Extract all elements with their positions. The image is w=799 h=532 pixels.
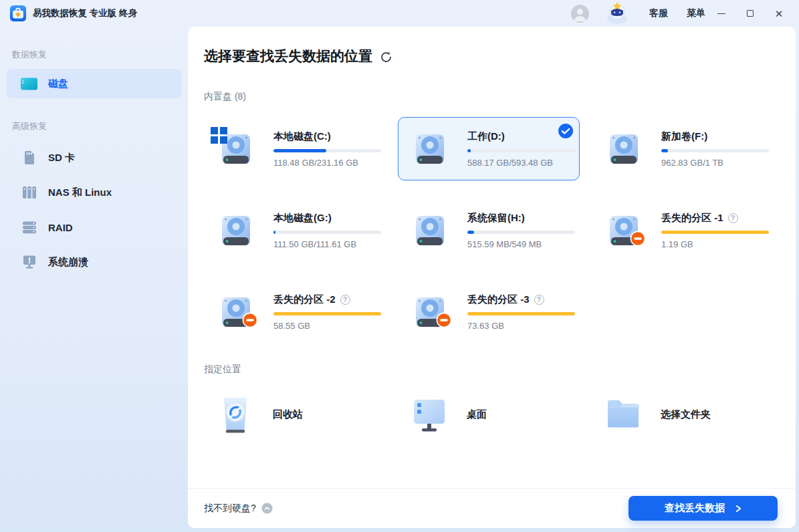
disk-card[interactable]: 丢失的分区 -1?1.19 GB: [592, 198, 774, 262]
sd-card-icon: [20, 149, 38, 167]
disk-card[interactable]: 丢失的分区 -2?58.55 GB: [204, 280, 386, 344]
disk-card[interactable]: 本地磁盘(G:)111.50 GB/111.61 GB: [204, 198, 386, 262]
location-label: 回收站: [273, 408, 303, 421]
sidebar-item-nas-linux[interactable]: NAS 和 Linux: [7, 175, 181, 210]
sidebar-item-disk[interactable]: 磁盘: [7, 69, 181, 98]
recycle-bin-icon: [217, 394, 254, 435]
sidebar-item-label: 系统崩溃: [48, 256, 88, 269]
disk-capacity: 58.55 GB: [273, 321, 381, 331]
disk-card[interactable]: 系统保留(H:)515.59 MB/549 MB: [398, 198, 580, 262]
hard-drive-icon: [605, 130, 643, 168]
disk-capacity: 588.17 GB/593.48 GB: [467, 158, 575, 168]
maximize-button[interactable]: [745, 8, 756, 19]
hard-drive-icon: [411, 293, 449, 331]
disk-name: 本地磁盘(G:): [273, 212, 332, 225]
support-link[interactable]: 客服: [649, 7, 668, 19]
location-item[interactable]: 回收站: [204, 391, 386, 438]
disk-card[interactable]: 丢失的分区 -3?73.63 GB: [398, 280, 580, 344]
hard-drive-icon: [217, 293, 255, 331]
location-item[interactable]: 选择文件夹: [592, 391, 774, 438]
raid-icon: [20, 219, 38, 237]
windows-badge-icon: [211, 127, 228, 147]
disk-name: 系统保留(H:): [467, 212, 525, 225]
system-crash-icon: [20, 253, 38, 271]
sidebar-section-label: 数据恢复: [12, 49, 188, 61]
capacity-bar: [273, 231, 381, 234]
sidebar-item-label: SD 卡: [48, 152, 75, 164]
internal-disks-label: 内置盘 (8): [204, 91, 796, 103]
minus-badge-icon: [242, 312, 258, 331]
check-badge-icon: [558, 123, 574, 139]
sidebar-item-label: 磁盘: [48, 78, 68, 90]
disk-capacity: 962.83 GB/1 TB: [661, 158, 769, 168]
chevron-right-icon: [735, 505, 741, 513]
capacity-bar: [273, 312, 381, 315]
minus-badge-icon: [630, 231, 646, 249]
scan-button-label: 查找丢失数据: [665, 502, 725, 515]
disk-name: 新加卷(F:): [661, 130, 707, 143]
disk-card[interactable]: 新加卷(F:)962.83 GB/1 TB: [592, 117, 774, 180]
title-bar: 易我数据恢复 专业版 终身 客服 菜单 ✕: [0, 0, 799, 27]
disk-name: 丢失的分区 -3: [467, 293, 530, 306]
disk-grid: 本地磁盘(C:)118.48 GB/231.16 GB工作(D:)588.17 …: [204, 117, 796, 344]
capacity-bar: [661, 149, 769, 152]
disk-card[interactable]: 本地磁盘(C:)118.48 GB/231.16 GB: [204, 117, 386, 180]
location-item[interactable]: 桌面: [398, 391, 580, 438]
app-logo-icon: [9, 5, 27, 22]
disk-name: 丢失的分区 -2: [273, 293, 336, 306]
app-title: 易我数据恢复 专业版 终身: [33, 7, 137, 19]
help-icon[interactable]: ?: [728, 213, 738, 223]
minus-badge-icon: [436, 312, 452, 331]
sidebar-item-system-crash[interactable]: 系统崩溃: [7, 245, 181, 279]
footer-bar: 找不到硬盘? 查找丢失数据: [188, 488, 796, 528]
sidebar-item-label: NAS 和 Linux: [48, 186, 112, 199]
sidebar-item-raid[interactable]: RAID: [7, 210, 181, 245]
disk-card[interactable]: 工作(D:)588.17 GB/593.48 GB: [398, 117, 580, 180]
capacity-bar: [661, 231, 769, 234]
hard-drive-icon: [411, 212, 449, 249]
capacity-bar: [273, 149, 381, 152]
assistant-robot-icon[interactable]: [604, 2, 631, 25]
folder-icon: [604, 394, 642, 435]
help-icon[interactable]: ?: [340, 295, 350, 305]
disk-capacity: 1.19 GB: [661, 239, 769, 249]
page-title: 选择要查找丢失数据的位置: [204, 47, 372, 65]
nas-icon: [20, 184, 38, 202]
user-avatar[interactable]: [571, 5, 589, 23]
close-button[interactable]: ✕: [774, 8, 784, 19]
sidebar-item-label: RAID: [48, 222, 73, 233]
refresh-icon[interactable]: [380, 51, 392, 63]
locations-row: 回收站桌面选择文件夹: [204, 391, 796, 438]
capacity-bar: [467, 149, 575, 152]
location-label: 桌面: [467, 408, 487, 421]
desktop-icon: [411, 394, 448, 435]
disk-icon: [20, 75, 38, 93]
scan-button[interactable]: 查找丢失数据: [629, 496, 778, 521]
capacity-bar: [467, 231, 575, 234]
help-icon[interactable]: ?: [534, 295, 544, 305]
minimize-button[interactable]: [716, 8, 727, 19]
sidebar-item-sd-card[interactable]: SD 卡: [7, 140, 181, 175]
capacity-bar: [467, 312, 575, 315]
disk-capacity: 515.59 MB/549 MB: [467, 239, 575, 249]
location-label: 选择文件夹: [661, 408, 711, 421]
disk-name: 丢失的分区 -1: [661, 212, 723, 225]
sidebar: 数据恢复磁盘高级恢复SD 卡NAS 和 LinuxRAID系统崩溃: [0, 27, 188, 532]
hard-drive-icon: [217, 130, 255, 168]
hard-drive-icon: [217, 212, 255, 249]
cant-find-disk-label: 找不到硬盘?: [204, 503, 256, 515]
hard-drive-icon: [605, 212, 643, 249]
disk-capacity: 73.63 GB: [467, 321, 575, 331]
menu-link[interactable]: 菜单: [687, 7, 705, 19]
chevron-up-icon[interactable]: [261, 503, 273, 514]
disk-name: 本地磁盘(C:): [273, 130, 331, 143]
sidebar-section-label: 高级恢复: [12, 120, 188, 132]
disk-name: 工作(D:): [467, 130, 505, 143]
main-panel: 选择要查找丢失数据的位置 内置盘 (8) 本地磁盘(C:)118.48 GB/2…: [188, 27, 796, 528]
disk-capacity: 111.50 GB/111.61 GB: [273, 239, 381, 249]
hard-drive-icon: [411, 130, 449, 168]
specified-locations-label: 指定位置: [204, 364, 796, 376]
disk-capacity: 118.48 GB/231.16 GB: [273, 158, 381, 168]
